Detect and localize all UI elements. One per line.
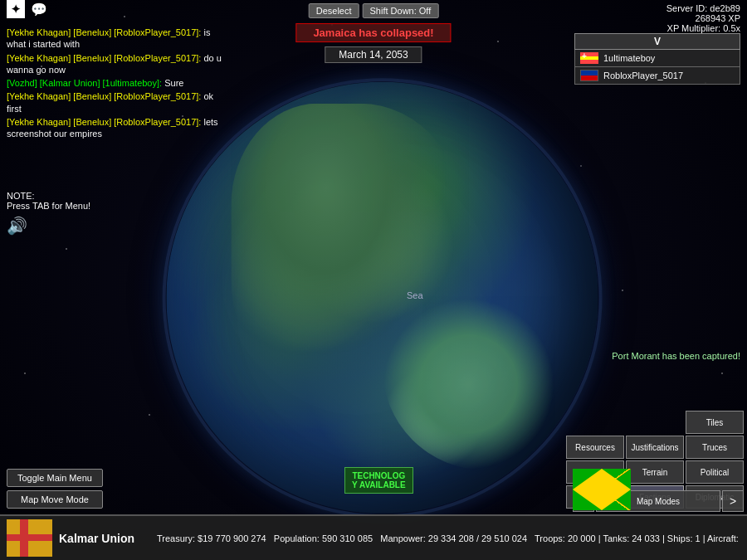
political-button[interactable]: Political — [686, 460, 744, 484]
capture-notice: Port Morant has been captured! — [612, 351, 740, 361]
truces-button[interactable]: Truces — [686, 436, 744, 459]
player-flag-1ultimateboy — [580, 52, 598, 64]
left-buttons: Toggle Main Menu Map Move Mode — [0, 465, 110, 512]
chat-area: [Yekhe Khagan] [Benelux] [RobloxPlayer_5… — [0, 23, 232, 145]
chat-icon[interactable]: 💬 — [30, 0, 48, 18]
notification-banner: Jamaica has collapsed! — [295, 23, 451, 42]
map-move-mode-button[interactable]: Map Move Mode — [7, 490, 103, 509]
player-name-2: RobloxPlayer_5017 — [603, 71, 683, 80]
tiles-button[interactable]: Tiles — [686, 411, 744, 434]
chat-prefix-1: [Yekhe Khagan] [Benelux] [RobloxPlayer_5… — [7, 27, 201, 37]
date-display: March 14, 2053 — [325, 46, 422, 63]
player-row-1: 1ultimateboy — [574, 50, 740, 67]
top-center-controls: Deselect Shift Down: Off — [309, 3, 439, 18]
troops: Troops: 20 000 | Tanks: 24 033 | Ships: … — [535, 533, 740, 543]
jamaica-flag — [573, 469, 631, 510]
chat-prefix-3: [Vozhd] [Kalmar Union] [1ultimateboy]: — [7, 78, 162, 88]
nav-right-button[interactable]: > — [722, 490, 744, 512]
nation-stats: Treasury: $19 770 900 274 Population: 59… — [157, 533, 740, 543]
chat-prefix-4: [Yekhe Khagan] [Benelux] [RobloxPlayer_5… — [7, 91, 201, 101]
jamaica-flag-image — [573, 469, 631, 510]
terrain-button[interactable]: Terrain — [626, 460, 684, 484]
chat-text-3: Sure — [164, 78, 183, 88]
chat-line-2: [Yekhe Khagan] [Benelux] [RobloxPlayer_5… — [7, 52, 226, 76]
svg-rect-0 — [573, 469, 631, 510]
chat-line-5: [Yekhe Khagan] [Benelux] [RobloxPlayer_5… — [7, 116, 226, 140]
manpower: Manpower: 29 334 208 / 29 510 024 — [380, 533, 527, 543]
note-label: NOTE: — [7, 191, 90, 201]
svg-marker-1 — [573, 469, 602, 510]
svg-rect-8 — [7, 534, 52, 541]
roblox-logo[interactable]: ✦ — [7, 0, 25, 18]
chat-line-3: [Vozhd] [Kalmar Union] [1ultimateboy]: S… — [7, 77, 226, 89]
players-header: V — [574, 33, 740, 50]
bottom-bar: Kalmar Union Treasury: $19 770 900 274 P… — [0, 514, 747, 560]
chat-line-1: [Yekhe Khagan] [Benelux] [RobloxPlayer_5… — [7, 27, 226, 51]
tech-line2: Y AVAILABLE — [352, 480, 406, 489]
svg-marker-4 — [573, 489, 631, 510]
nation-flag-kalmar — [7, 519, 52, 557]
treasury: Treasury: $19 770 900 274 — [157, 533, 266, 543]
note-text: Press TAB for Menu! — [7, 201, 90, 211]
player-name-1: 1ultimateboy — [603, 53, 655, 63]
sound-icon[interactable]: 🔊 — [7, 216, 90, 236]
chat-line-4: [Yekhe Khagan] [Benelux] [RobloxPlayer_5… — [7, 90, 226, 114]
xp-multiplier: XP Multiplier: 0.5x — [666, 23, 740, 33]
svg-rect-6 — [7, 519, 52, 557]
deselect-button[interactable]: Deselect — [309, 3, 359, 18]
justifications-button[interactable]: Justifications — [626, 436, 684, 459]
server-id: Server ID: de2b89 — [666, 3, 740, 13]
player-row-2: RobloxPlayer_5017 — [574, 67, 740, 85]
chat-prefix-5: [Yekhe Khagan] [Benelux] [RobloxPlayer_5… — [7, 117, 201, 127]
chat-prefix-2: [Yekhe Khagan] [Benelux] [RobloxPlayer_5… — [7, 53, 201, 63]
players-panel: V 1ultimateboy RobloxPlayer_5017 — [574, 33, 740, 85]
note-area: NOTE: Press TAB for Menu! 🔊 — [7, 191, 90, 236]
tech-badge[interactable]: TECHNOLOG Y AVAILABLE — [344, 467, 413, 494]
player-flag-robloxplayer — [580, 70, 598, 81]
shift-down-button[interactable]: Shift Down: Off — [363, 3, 439, 18]
resources-button[interactable]: Resources — [566, 436, 624, 459]
xp-value: 268943 XP — [666, 13, 740, 23]
globe — [166, 81, 598, 513]
svg-marker-3 — [573, 469, 631, 489]
svg-rect-7 — [20, 519, 27, 557]
population: Population: 590 310 085 — [274, 533, 373, 543]
svg-marker-2 — [602, 469, 631, 510]
game-container: Sea ✦ 💬 Server ID: de2b89 268943 XP XP M… — [0, 0, 747, 560]
nation-name: Kalmar Union — [59, 532, 150, 545]
toggle-main-menu-button[interactable]: Toggle Main Menu — [7, 469, 103, 487]
tech-line1: TECHNOLOG — [352, 471, 405, 480]
server-info: Server ID: de2b89 268943 XP XP Multiplie… — [666, 3, 740, 33]
